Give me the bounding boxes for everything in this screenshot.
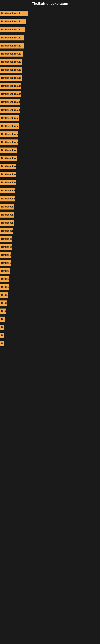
bar-label: Bottleneck result	[1, 141, 18, 144]
bar-row: Bottleneck result	[0, 299, 100, 307]
bottleneck-bar: Bottleneck result	[0, 244, 12, 250]
bar-row: Bottleneck result	[0, 186, 100, 194]
bar-row: Bottleneck result	[0, 211, 100, 219]
bar-label: Bottleneck result	[1, 302, 7, 305]
bar-row: Bottleneck result	[0, 42, 100, 50]
bar-label: Bottleneck result	[1, 125, 19, 128]
bottleneck-bar: Bottleneck result	[0, 75, 22, 81]
bar-row: Bottleneck result	[0, 283, 100, 291]
bar-label: Bottleneck result	[1, 165, 16, 168]
bar-row: B	[0, 340, 100, 348]
bottleneck-bar: Bottleneck result	[0, 292, 8, 298]
bar-label: Bottleneck result	[1, 92, 21, 96]
bar-label: Bottleneck result	[1, 84, 21, 87]
bar-row: Bottleneck result	[0, 122, 100, 130]
bar-label: Bottleneck result	[1, 117, 19, 120]
bar-row: Bottleneck result	[0, 227, 100, 235]
bar-row: Bottleneck result	[0, 235, 100, 243]
bar-row: Bottleneck result	[0, 154, 100, 162]
bar-row: Bottleneck result	[0, 18, 100, 26]
bar-row: Bottleneck result	[0, 66, 100, 74]
bar-row: Bottleneck result	[0, 106, 100, 114]
bottleneck-bar: Bottleneck result	[0, 252, 11, 258]
site-title-text: TheBottlenecker.com	[32, 2, 68, 6]
bar-row: Bottleneck result	[0, 219, 100, 227]
bar-label: Bottleneck result	[1, 326, 4, 329]
bar-row: Bottleneck result	[0, 138, 100, 146]
bottleneck-bar: Bottleneck result	[0, 11, 28, 16]
bar-row: Bottleneck result	[0, 170, 100, 178]
bottleneck-bar: Bottleneck result	[0, 188, 15, 194]
bar-row: Bottleneck result	[0, 275, 100, 283]
bar-row: Bottleneck result	[0, 146, 100, 154]
bar-label: Bottleneck result	[1, 20, 21, 23]
bottleneck-bar: Bottleneck result	[0, 180, 16, 185]
bar-row: Bottleneck result	[0, 74, 100, 82]
bar-row: Bottleneck result	[0, 315, 100, 324]
bottleneck-bar: Bottleneck result	[0, 27, 25, 32]
bar-label: Bottleneck result	[1, 28, 21, 31]
bar-row: Bottleneck result	[0, 243, 100, 251]
site-title: TheBottlenecker.com	[0, 0, 100, 8]
bar-label: Bottleneck result	[1, 205, 14, 208]
bottleneck-bar: Bottleneck result	[0, 51, 23, 56]
bar-row: Bottleneck result	[0, 251, 100, 259]
bar-label: Bottleneck result	[1, 12, 21, 15]
bar-label: Bottleneck result	[1, 294, 8, 297]
bar-row: Bottleneck result	[0, 178, 100, 186]
bottleneck-bar: Bottleneck result	[0, 172, 16, 177]
bar-row: Bottleneck result	[0, 332, 100, 340]
bar-label: Bottleneck result	[1, 230, 13, 232]
bar-label: Bottleneck result	[1, 149, 17, 152]
bottleneck-bar: Bottleneck result	[0, 324, 4, 330]
bar-row: Bottleneck result	[0, 259, 100, 267]
bar-label: Bottleneck result	[1, 68, 21, 71]
bars-container: Bottleneck resultBottleneck resultBottle…	[0, 8, 100, 350]
bottleneck-bar: Bottleneck result	[0, 300, 7, 306]
bottleneck-bar: Bottleneck result	[0, 59, 22, 64]
bottleneck-bar: Bottleneck result	[0, 333, 4, 338]
bottleneck-bar: Bottleneck result	[0, 236, 12, 242]
bottleneck-bar: Bottleneck result	[0, 228, 13, 234]
bar-label: Bottleneck result	[1, 278, 9, 280]
bar-row: Bottleneck result	[0, 194, 100, 203]
bottleneck-bar: Bottleneck result	[0, 212, 14, 218]
bar-label: Bottleneck result	[1, 52, 21, 55]
bottleneck-bar: Bottleneck result	[0, 132, 18, 137]
bottleneck-bar: Bottleneck result	[0, 276, 9, 282]
bar-row: Bottleneck result	[0, 307, 100, 315]
bar-row: Bottleneck result	[0, 324, 100, 332]
bar-row: Bottleneck result	[0, 267, 100, 275]
bar-label: B	[1, 342, 3, 345]
bar-label: Bottleneck result	[1, 181, 16, 184]
bar-label: Bottleneck result	[1, 189, 15, 192]
bar-row: Bottleneck result	[0, 26, 100, 34]
bottleneck-bar: Bottleneck result	[0, 99, 20, 105]
bottleneck-bar: Bottleneck result	[0, 204, 14, 210]
bottleneck-bar: Bottleneck result	[0, 316, 5, 322]
bar-label: Bottleneck result	[1, 197, 15, 200]
bottleneck-bar: Bottleneck result	[0, 67, 22, 73]
bottleneck-bar: Bottleneck result	[0, 156, 17, 161]
bar-label: Bottleneck result	[1, 270, 10, 272]
bar-label: Bottleneck result	[1, 238, 12, 240]
bar-row: Bottleneck result	[0, 90, 100, 98]
bar-label: Bottleneck result	[1, 246, 12, 248]
bar-label: Bottleneck result	[1, 173, 16, 176]
bar-row: Bottleneck result	[0, 291, 100, 299]
bar-row: Bottleneck result	[0, 58, 100, 66]
bar-label: Bottleneck result	[1, 109, 20, 112]
bottleneck-bar: Bottleneck result	[0, 308, 6, 314]
bar-label: Bottleneck result	[1, 60, 21, 63]
bottleneck-bar: Bottleneck result	[0, 91, 21, 97]
bar-label: Bottleneck result	[1, 222, 14, 224]
bar-label: Bottleneck result	[1, 262, 11, 264]
bar-label: Bottleneck result	[1, 334, 4, 337]
bottleneck-bar: B	[0, 341, 4, 346]
bar-label: Bottleneck result	[1, 318, 5, 321]
bottleneck-bar: Bottleneck result	[0, 164, 16, 169]
bottleneck-bar: Bottleneck result	[0, 115, 19, 121]
bar-label: Bottleneck result	[1, 133, 18, 136]
bottleneck-bar: Bottleneck result	[0, 35, 24, 40]
bottleneck-bar: Bottleneck result	[0, 220, 14, 226]
